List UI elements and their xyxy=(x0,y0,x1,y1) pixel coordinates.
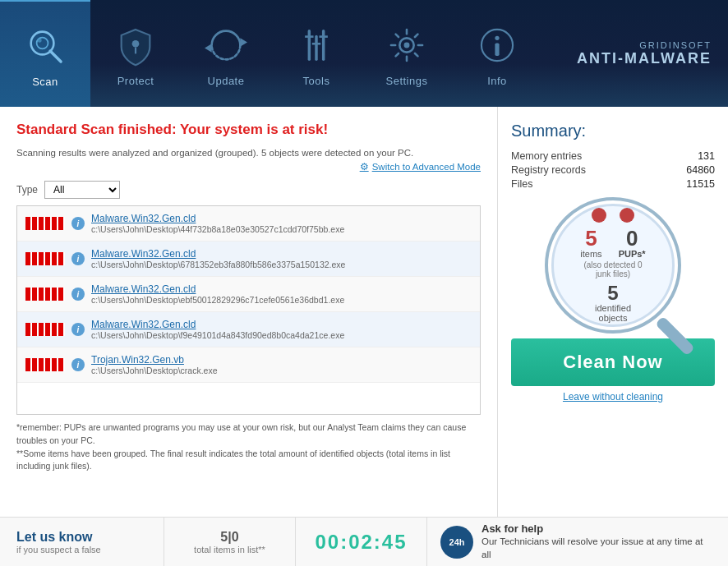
switch-advanced-link[interactable]: ⚙ Switch to Advanced Mode xyxy=(360,161,481,173)
help-text: Our Technicians will resolve your issue … xyxy=(481,535,715,561)
result-path: c:\Users\John\Desktop\ebf50012829296c71c… xyxy=(91,295,472,305)
items-label: items xyxy=(580,249,601,259)
result-name[interactable]: Malware.Win32.Gen.cld xyxy=(91,319,472,330)
result-item[interactable]: i Malware.Win32.Gen.cld c:\Users\John\De… xyxy=(17,277,480,312)
junk-label: (also detected 0 xyxy=(583,260,642,269)
note1: *remember: PUPs are unwanted programs yo… xyxy=(16,421,481,448)
summary-val-memory: 131 xyxy=(698,150,715,162)
result-name[interactable]: Malware.Win32.Gen.cld xyxy=(91,213,472,224)
summary-label-files: Files xyxy=(511,178,532,190)
mag-dot-2 xyxy=(620,208,634,223)
result-item[interactable]: i Trojan.Win32.Gen.vb c:\Users\John\Desk… xyxy=(17,347,480,383)
result-info-icon[interactable]: i xyxy=(71,252,85,265)
footer-letusknow-main: Let us know xyxy=(16,530,147,545)
scan-title-static: Standard Scan finished: xyxy=(16,122,180,137)
svg-line-1 xyxy=(50,51,61,62)
threat-bar xyxy=(25,323,65,336)
tools-icon xyxy=(292,21,341,70)
footer-letusknow-sub: if you suspect a false xyxy=(16,545,147,554)
help-24-icon: 24h xyxy=(449,537,465,547)
summary-row: Memory entries 131 xyxy=(511,150,715,162)
note2: **Some items have been grouped. The fina… xyxy=(16,448,481,474)
result-name[interactable]: Malware.Win32.Gen.cld xyxy=(91,283,472,295)
summary-table: Memory entries 131 Registry records 6486… xyxy=(511,150,715,192)
svg-point-4 xyxy=(132,39,140,47)
nav-scan[interactable]: Scan xyxy=(0,0,90,107)
result-text: Malware.Win32.Gen.cld c:\Users\John\Desk… xyxy=(91,283,472,305)
svg-line-21 xyxy=(415,53,417,55)
items-count-block: 5 items xyxy=(580,228,601,259)
scan-icon xyxy=(21,21,70,71)
threat-bar xyxy=(25,288,65,301)
magnifier-container: 5 items 0 PUPs* (also detected 0 junk fi… xyxy=(511,204,715,327)
switch-link-label: Switch to Advanced Mode xyxy=(372,162,481,172)
summary-title: Summary: xyxy=(511,122,586,140)
scan-subtitle: Scanning results were analyzed and organ… xyxy=(16,148,481,158)
result-path: c:\Users\John\Desktop\crack.exe xyxy=(91,366,472,375)
result-name[interactable]: Trojan.Win32.Gen.vb xyxy=(91,354,472,366)
result-info-icon[interactable]: i xyxy=(71,358,85,371)
svg-point-25 xyxy=(495,35,499,39)
result-path: c:\Users\John\Desktop\44f732b8a18e03e305… xyxy=(91,224,472,234)
footer-letusknow: Let us know if you suspect a false xyxy=(0,518,164,566)
svg-point-3 xyxy=(37,38,41,42)
summary-label-memory: Memory entries xyxy=(511,150,582,162)
footer: Let us know if you suspect a false 5|0 t… xyxy=(0,517,728,566)
brand: GRIDINSOFT ANTI-MALWARE xyxy=(577,0,728,107)
mag-dots xyxy=(592,208,634,223)
info-icon xyxy=(472,21,522,70)
summary-row: Files 11515 xyxy=(511,178,715,190)
summary-row: Registry records 64860 xyxy=(511,164,715,176)
result-text: Malware.Win32.Gen.cld c:\Users\John\Desk… xyxy=(91,213,472,234)
help-icon-circle: 24h xyxy=(440,526,473,559)
summary-val-registry: 64860 xyxy=(686,164,715,176)
filter-row: Type All Malware PUP xyxy=(16,181,481,199)
mag-dot-1 xyxy=(592,208,606,223)
scan-title-alert: Your system is at risk! xyxy=(180,122,328,137)
update-icon xyxy=(201,21,251,70)
nav-protect[interactable]: Protect xyxy=(90,0,181,107)
svg-point-15 xyxy=(404,42,410,48)
threat-bar xyxy=(25,217,65,230)
nav-tools-label: Tools xyxy=(303,75,330,87)
right-panel: Summary: Memory entries 131 Registry rec… xyxy=(498,107,728,517)
pups-label: PUPs* xyxy=(619,249,646,259)
identified-label: identified objects xyxy=(595,303,631,323)
brand-bottom: ANTI-MALWARE xyxy=(577,50,712,67)
scan-notes: *remember: PUPs are unwanted programs yo… xyxy=(16,421,481,473)
protect-icon xyxy=(111,21,160,70)
filter-type-label: Type xyxy=(16,184,38,196)
pups-number: 0 xyxy=(626,228,638,249)
result-item[interactable]: i Malware.Win32.Gen.cld c:\Users\John\De… xyxy=(17,206,480,242)
footer-count: 5|0 total items in list** xyxy=(164,518,296,566)
nav-settings[interactable]: Settings xyxy=(362,0,452,107)
threat-bar xyxy=(25,358,65,371)
nav-info-label: Info xyxy=(487,75,507,87)
brand-top: GRIDINSOFT xyxy=(639,40,712,50)
result-text: Malware.Win32.Gen.cld c:\Users\John\Desk… xyxy=(91,319,472,340)
threat-bar xyxy=(25,252,65,265)
help-title: Ask for help xyxy=(481,522,715,535)
result-item[interactable]: i Malware.Win32.Gen.cld c:\Users\John\De… xyxy=(17,242,480,277)
nav-info[interactable]: Info xyxy=(452,0,542,107)
nav-settings-label: Settings xyxy=(386,75,428,87)
svg-line-23 xyxy=(396,53,399,55)
leave-without-cleaning-link[interactable]: Leave without cleaning xyxy=(511,391,715,403)
result-info-icon[interactable]: i xyxy=(71,323,85,336)
footer-timer: 00:02:45 xyxy=(315,531,407,554)
result-info-icon[interactable]: i xyxy=(71,217,85,230)
nav-tools[interactable]: Tools xyxy=(271,0,362,107)
results-list: i Malware.Win32.Gen.cld c:\Users\John\De… xyxy=(16,205,481,415)
result-info-icon[interactable]: i xyxy=(71,288,85,301)
magnifier-circle: 5 items 0 PUPs* (also detected 0 junk fi… xyxy=(551,204,675,327)
result-name[interactable]: Malware.Win32.Gen.cld xyxy=(91,248,472,260)
svg-marker-7 xyxy=(205,44,212,52)
nav-update[interactable]: Update xyxy=(181,0,271,107)
result-item[interactable]: i Malware.Win32.Gen.cld c:\Users\John\De… xyxy=(17,312,480,347)
items-number: 5 xyxy=(585,228,597,249)
result-path: c:\Users\John\Desktop\6781352eb3fa880fb5… xyxy=(91,260,472,269)
settings-icon xyxy=(382,21,431,70)
identified-block: 5 identified objects xyxy=(595,283,631,323)
filter-select[interactable]: All Malware PUP xyxy=(44,181,120,199)
svg-line-20 xyxy=(396,34,399,36)
